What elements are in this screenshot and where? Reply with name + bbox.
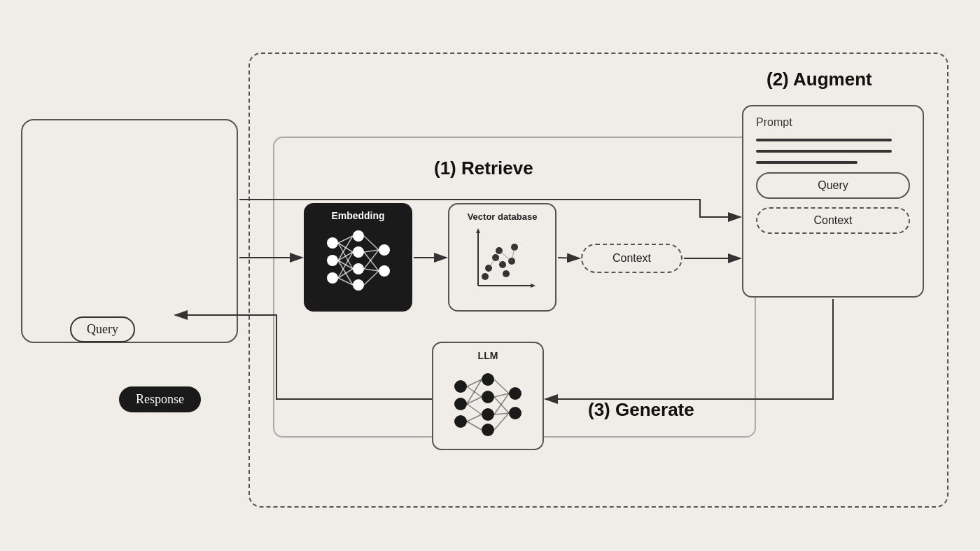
svg-line-19: [364, 236, 379, 250]
prompt-line-1: [756, 139, 892, 141]
svg-line-62: [494, 413, 509, 430]
svg-line-54: [467, 404, 482, 414]
prompt-query-pill: Query: [756, 172, 910, 199]
llm-icon: [448, 365, 528, 439]
svg-point-47: [482, 424, 494, 436]
embedding-icon: [320, 225, 397, 295]
query-label: Query: [70, 316, 135, 342]
svg-line-39: [499, 251, 512, 261]
prompt-title: Prompt: [756, 116, 910, 129]
svg-point-2: [327, 272, 338, 284]
svg-point-41: [454, 380, 467, 393]
svg-point-6: [353, 279, 364, 291]
svg-point-48: [509, 387, 522, 400]
embedding-box: Embedding: [304, 203, 412, 312]
prompt-line-2: [756, 150, 892, 153]
svg-line-21: [364, 252, 379, 271]
query-card: Query Response: [21, 119, 238, 343]
svg-line-38: [496, 258, 503, 265]
svg-line-24: [364, 271, 379, 285]
context-pill: Context: [581, 244, 682, 273]
response-label: Response: [119, 386, 201, 412]
vector-db-icon: [464, 226, 541, 296]
prompt-line-3: [756, 161, 858, 164]
svg-line-37: [489, 258, 496, 268]
svg-point-36: [503, 270, 510, 277]
augment-label: (2) Augment: [766, 69, 872, 90]
svg-point-43: [454, 415, 467, 428]
llm-box: LLM: [432, 342, 544, 450]
svg-point-1: [327, 255, 338, 266]
llm-label: LLM: [478, 350, 498, 361]
svg-line-23: [364, 269, 379, 271]
svg-point-5: [353, 263, 364, 274]
svg-line-61: [494, 413, 509, 414]
svg-line-55: [467, 414, 482, 421]
vector-db-label: Vector database: [468, 211, 538, 222]
svg-marker-27: [531, 284, 536, 288]
svg-point-7: [379, 244, 390, 256]
svg-point-46: [482, 408, 494, 421]
vector-db-box: Vector database: [448, 203, 556, 312]
svg-point-0: [327, 237, 338, 249]
generate-label: (3) Generate: [588, 399, 694, 421]
svg-point-3: [353, 230, 364, 242]
svg-point-42: [454, 398, 467, 410]
svg-point-45: [482, 391, 494, 403]
retrieve-label: (1) Retrieve: [434, 158, 533, 179]
prompt-box: Prompt Query Context: [742, 105, 924, 298]
svg-point-44: [482, 373, 494, 386]
svg-point-8: [379, 265, 390, 277]
svg-line-56: [467, 421, 482, 430]
svg-marker-28: [476, 228, 480, 233]
svg-point-4: [353, 246, 364, 258]
canvas: Query Response (1) Retrieve (2) Augment …: [0, 0, 980, 551]
svg-line-22: [364, 250, 379, 269]
svg-point-35: [482, 273, 489, 280]
svg-point-49: [509, 407, 522, 419]
prompt-context-pill: Context: [756, 207, 910, 234]
embedding-label: Embedding: [331, 210, 384, 221]
svg-line-20: [364, 250, 379, 252]
svg-line-57: [494, 379, 509, 393]
